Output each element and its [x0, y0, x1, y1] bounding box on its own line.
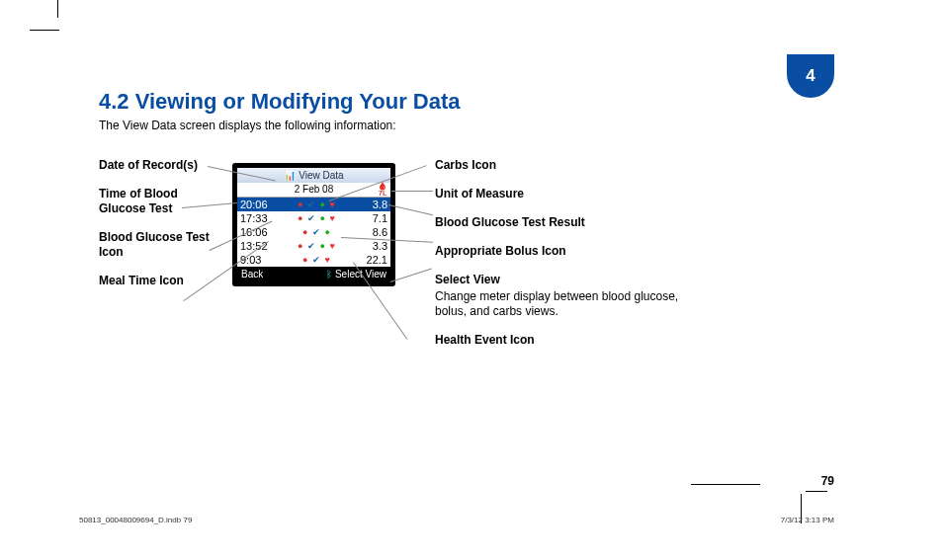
callout-bg-test-icon: Blood Glucose Test Icon — [99, 230, 227, 260]
meter-row-value: 8.6 — [362, 225, 387, 239]
bluetooth-icon: ᛒ — [326, 269, 332, 280]
callouts-right: Carbs Icon Unit of Measure Blood Glucose… — [435, 158, 692, 361]
meter-row-icons — [272, 253, 362, 267]
callout-bolus-icon: Appropriate Bolus Icon — [435, 244, 692, 259]
callout-meal-time-icon: Meal Time Icon — [99, 274, 227, 288]
meter-row: 9:03 22.1 — [237, 253, 390, 267]
meter-date-row: 2 Feb 08 🩸7L — [237, 183, 390, 198]
callout-carbs-icon: Carbs Icon — [435, 158, 692, 173]
meter-row: 20:06 3.8 — [237, 198, 390, 211]
meter-row: 17:33 7.1 — [237, 211, 390, 225]
section-heading: 4.2 Viewing or Modifying Your Data — [99, 89, 461, 115]
callout-health-event-icon: Health Event Icon — [435, 333, 692, 348]
page-number: 79 — [821, 474, 834, 488]
callouts-left: Date of Record(s) Time of Blood Glucose … — [99, 158, 227, 302]
meter-title-bar: 📊 View Data — [237, 168, 390, 183]
meter-row-value: 7.1 — [362, 211, 387, 225]
meter-row-time: 20:06 — [240, 198, 272, 211]
callout-select-view-title: Select View — [435, 273, 500, 286]
intro-text: The View Data screen displays the follow… — [99, 119, 396, 132]
leader-line — [391, 191, 433, 193]
meter-footer-back: Back — [241, 267, 263, 281]
crop-mark — [30, 30, 59, 31]
crop-mark — [806, 491, 827, 492]
meter-screenshot: 📊 View Data 2 Feb 08 🩸7L 20:06 3.8 17:33… — [232, 163, 395, 286]
footer-timestamp: 7/3/12 3:13 PM — [781, 516, 834, 524]
meter-title-text: View Data — [299, 170, 343, 181]
page-number-rule — [691, 484, 760, 485]
leader-line — [390, 268, 432, 282]
callout-bg-result: Blood Glucose Test Result — [435, 215, 692, 230]
meter-uom-label: 🩸7L — [378, 183, 387, 197]
callout-select-view: Select View Change meter display between… — [435, 273, 692, 319]
meter-row-value: 22.1 — [362, 253, 387, 267]
meter-row-icons — [272, 239, 362, 253]
meter-footer-select: ᛒSelect View — [323, 267, 386, 281]
footer-filename: 50813_00048009694_D.indb 79 — [79, 516, 192, 524]
callout-select-view-desc: Change meter display between blood gluco… — [435, 289, 692, 319]
crop-mark — [57, 0, 58, 18]
meter-row-icons — [272, 198, 362, 211]
meter-row-time: 9:03 — [240, 253, 272, 267]
callout-time-of-test: Time of Blood Glucose Test — [99, 187, 227, 216]
chapter-index-tab: 4 — [787, 54, 834, 98]
callout-unit-of-measure: Unit of Measure — [435, 187, 692, 201]
meter-row-value: 3.8 — [362, 198, 387, 211]
meter-date-text: 2 Feb 08 — [295, 184, 333, 195]
meter-row-icons — [272, 211, 362, 225]
meter-footer: Back ᛒSelect View — [237, 267, 390, 281]
